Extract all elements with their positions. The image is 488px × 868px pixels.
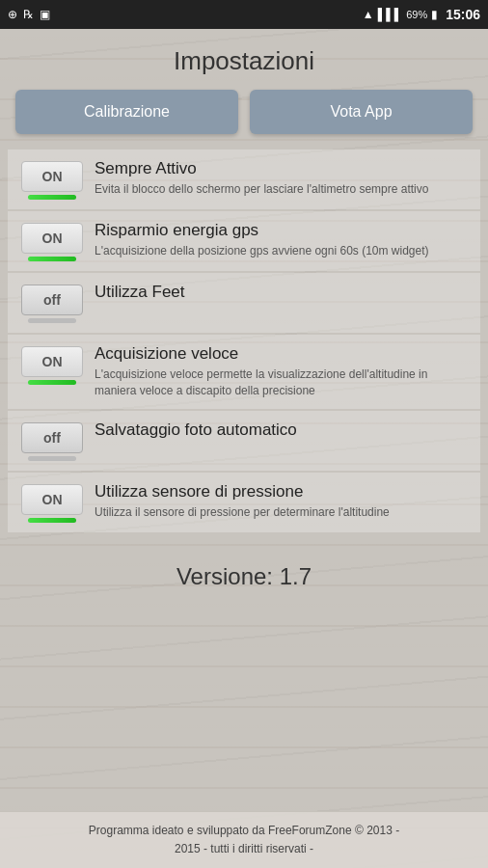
setting-desc-pressione: Utilizza il sensore di pressione per det… [95, 504, 473, 521]
toggle-acquisizione[interactable]: ON [15, 344, 89, 385]
setting-text-pressione: Utilizza sensore di pressione Utilizza i… [89, 482, 473, 521]
setting-text-sempre-attivo: Sempre Attivo Evita il blocco dello sche… [89, 159, 473, 198]
signal-icon: ▌▌▌ [378, 8, 403, 21]
setting-item-risparmio: ON Risparmio energia gps L'acquisizione … [8, 211, 480, 271]
setting-item-foto: off Salvataggio foto automatico [8, 411, 480, 471]
toggle-indicator-pressione [28, 518, 76, 523]
status-icons-right: ▲ ▌▌▌ 69% ▮ 15:06 [363, 7, 480, 22]
toggle-btn-feet[interactable]: off [21, 285, 83, 315]
status-bar: ⊕ ℞ ▣ ▲ ▌▌▌ 69% ▮ 15:06 [0, 0, 488, 29]
compass-icon: ⊕ [8, 8, 17, 21]
image-icon: ▣ [40, 8, 50, 21]
setting-title-sempre-attivo: Sempre Attivo [95, 159, 473, 178]
setting-desc-risparmio: L'acquisizione della posizione gps avvie… [95, 243, 473, 259]
toggle-indicator-sempre-attivo [28, 195, 76, 200]
toggle-indicator-foto [28, 456, 76, 461]
toggle-feet[interactable]: off [15, 283, 89, 323]
setting-title-acquisizione: Acquisizione veloce [95, 344, 473, 364]
battery-percentage: 69% [406, 9, 427, 20]
vota-app-button[interactable]: Vota App [250, 90, 473, 134]
toggle-indicator-feet [28, 318, 76, 323]
status-icons-left: ⊕ ℞ ▣ [8, 8, 50, 21]
setting-text-feet: Utilizza Feet [89, 283, 473, 305]
calibrazione-button[interactable]: Calibrazione [15, 90, 238, 134]
settings-list: ON Sempre Attivo Evita il blocco dello s… [0, 149, 488, 532]
toggle-btn-pressione[interactable]: ON [21, 484, 83, 515]
setting-text-foto: Salvataggio foto automatico [89, 420, 473, 443]
setting-title-feet: Utilizza Feet [95, 283, 473, 302]
main-content: Impostazioni Calibrazione Vota App ON Se… [0, 29, 488, 868]
toggle-indicator-risparmio [28, 257, 76, 261]
setting-text-acquisizione: Acquisizione veloce L'acquisizione veloc… [89, 344, 473, 399]
setting-title-risparmio: Risparmio energia gps [95, 221, 473, 240]
version-text: Versione: 1.7 [176, 563, 312, 589]
page-title: Impostazioni [0, 29, 488, 90]
wifi-icon: ▲ [363, 8, 374, 21]
battery-icon: ▮ [431, 8, 438, 21]
setting-item-feet: off Utilizza Feet [8, 273, 480, 333]
setting-desc-sempre-attivo: Evita il blocco dello schermo per lascia… [95, 181, 473, 198]
rx-icon: ℞ [23, 8, 34, 21]
toggle-foto[interactable]: off [15, 420, 89, 461]
toggle-pressione[interactable]: ON [15, 482, 89, 523]
setting-title-pressione: Utilizza sensore di pressione [95, 482, 473, 502]
setting-desc-acquisizione: L'acquisizione veloce permette la visual… [95, 366, 473, 399]
setting-item-pressione: ON Utilizza sensore di pressione Utilizz… [8, 473, 480, 532]
toggle-btn-foto[interactable]: off [21, 422, 83, 453]
buttons-row: Calibrazione Vota App [0, 90, 488, 149]
setting-item-sempre-attivo: ON Sempre Attivo Evita il blocco dello s… [8, 149, 480, 209]
toggle-indicator-acquisizione [28, 380, 76, 385]
toggle-btn-risparmio[interactable]: ON [21, 223, 83, 254]
toggle-risparmio[interactable]: ON [15, 221, 89, 261]
setting-text-risparmio: Risparmio energia gps L'acquisizione del… [89, 221, 473, 259]
toggle-btn-acquisizione[interactable]: ON [21, 346, 83, 377]
setting-item-acquisizione: ON Acquisizione veloce L'acquisizione ve… [8, 335, 480, 409]
status-time: 15:06 [446, 7, 480, 22]
toggle-sempre-attivo[interactable]: ON [15, 159, 89, 200]
version-section: Versione: 1.7 [0, 534, 488, 610]
setting-title-foto: Salvataggio foto automatico [95, 420, 473, 440]
toggle-btn-sempre-attivo[interactable]: ON [21, 161, 83, 192]
